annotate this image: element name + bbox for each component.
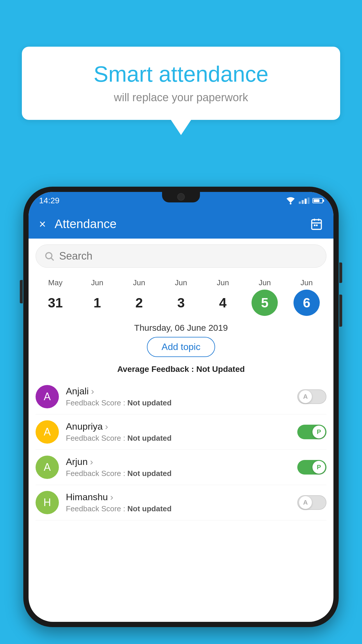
date-month: Jun — [175, 278, 187, 287]
avatar: A — [36, 420, 59, 444]
attendance-toggle[interactable]: A — [297, 389, 326, 404]
speech-bubble-container: Smart attendance will replace your paper… — [22, 47, 340, 120]
avatar: H — [36, 491, 59, 514]
search-bar[interactable] — [36, 244, 326, 268]
calendar-row: May31Jun1Jun2Jun3Jun4Jun5Jun6 — [29, 274, 333, 316]
selected-date-section: Thursday, 06 June 2019 Add topic — [29, 316, 333, 362]
date-month: Jun — [133, 278, 145, 287]
speech-bubble: Smart attendance will replace your paper… — [22, 47, 340, 120]
student-info: ArjunFeedback Score : Not updated — [66, 456, 297, 478]
student-info: HimanshuFeedback Score : Not updated — [66, 492, 297, 513]
student-item[interactable]: AArjunFeedback Score : Not updatedP — [36, 450, 326, 485]
date-number[interactable]: 1 — [84, 290, 110, 316]
calendar-date-col[interactable]: Jun5 — [246, 278, 284, 316]
date-number[interactable]: 4 — [210, 290, 236, 316]
student-score: Feedback Score : Not updated — [66, 469, 297, 478]
svg-rect-5 — [314, 225, 316, 226]
date-number[interactable]: 3 — [168, 290, 194, 316]
student-name: Anupriya — [66, 421, 297, 432]
bubble-title: Smart attendance — [39, 61, 323, 87]
status-icons — [285, 197, 323, 204]
calendar-date-col[interactable]: Jun6 — [288, 278, 326, 316]
bubble-subtitle: will replace your paperwork — [39, 91, 323, 104]
phone-screen: 14:29 — [29, 192, 333, 622]
toggle-knob: P — [312, 461, 325, 474]
signal-icon — [299, 197, 310, 204]
date-month: Jun — [259, 278, 271, 287]
student-list: AAnjaliFeedback Score : Not updatedAAAnu… — [29, 379, 333, 520]
date-number[interactable]: 6 — [294, 290, 320, 316]
student-name: Arjun — [66, 456, 297, 467]
wifi-icon — [285, 197, 296, 204]
toggle-knob: P — [312, 426, 325, 438]
calendar-date-col[interactable]: May31 — [36, 278, 74, 316]
calendar-date-col[interactable]: Jun1 — [78, 278, 116, 316]
student-name: Anjali — [66, 386, 297, 397]
date-month: Jun — [217, 278, 229, 287]
status-time: 14:29 — [39, 196, 59, 205]
phone-container: 14:29 — [23, 187, 339, 644]
phone-notch — [162, 192, 200, 202]
svg-rect-1 — [312, 220, 321, 229]
battery-fill — [314, 199, 319, 202]
calendar-icon[interactable] — [310, 218, 323, 230]
phone-power-button — [339, 295, 342, 327]
avg-feedback-label: Average Feedback : — [117, 365, 194, 374]
phone-vol-right-button — [339, 262, 342, 283]
date-number[interactable]: 2 — [126, 290, 152, 316]
phone-frame: 14:29 — [23, 187, 339, 627]
student-item[interactable]: AAnupriyaFeedback Score : Not updatedP — [36, 414, 326, 450]
student-item[interactable]: HHimanshuFeedback Score : Not updatedA — [36, 485, 326, 520]
date-number[interactable]: 31 — [42, 290, 68, 316]
svg-rect-6 — [316, 225, 318, 226]
calendar-date-col[interactable]: Jun3 — [162, 278, 200, 316]
avg-feedback-value: Not Updated — [196, 365, 245, 374]
search-icon — [44, 251, 55, 261]
toggle-knob: A — [299, 496, 312, 509]
selected-date-text: Thursday, 06 June 2019 — [29, 323, 333, 333]
phone-vol-button — [20, 280, 23, 303]
toggle-knob: A — [299, 390, 312, 403]
date-month: Jun — [91, 278, 103, 287]
avatar: A — [36, 385, 59, 408]
student-score: Feedback Score : Not updated — [66, 434, 297, 443]
header-title: Attendance — [55, 217, 310, 231]
svg-point-7 — [46, 253, 52, 259]
close-button[interactable]: × — [39, 218, 46, 231]
calendar-date-col[interactable]: Jun2 — [120, 278, 158, 316]
student-name: Himanshu — [66, 492, 297, 503]
date-month: Jun — [301, 278, 313, 287]
svg-line-8 — [51, 258, 54, 260]
phone-camera — [177, 193, 185, 201]
student-info: AnjaliFeedback Score : Not updated — [66, 386, 297, 407]
calendar-date-col[interactable]: Jun4 — [204, 278, 242, 316]
search-input[interactable] — [59, 250, 318, 262]
avatar: A — [36, 456, 59, 479]
student-score: Feedback Score : Not updated — [66, 504, 297, 513]
avg-feedback: Average Feedback : Not Updated — [29, 362, 333, 379]
svg-point-0 — [290, 203, 291, 204]
attendance-toggle[interactable]: A — [297, 495, 326, 510]
date-month: May — [48, 278, 62, 287]
attendance-toggle[interactable]: P — [297, 425, 326, 439]
add-topic-button[interactable]: Add topic — [147, 337, 215, 357]
student-item[interactable]: AAnjaliFeedback Score : Not updatedA — [36, 379, 326, 414]
date-number[interactable]: 5 — [252, 290, 278, 316]
student-score: Feedback Score : Not updated — [66, 398, 297, 407]
student-info: AnupriyaFeedback Score : Not updated — [66, 421, 297, 443]
app-header: × Attendance — [29, 209, 333, 239]
attendance-toggle[interactable]: P — [297, 460, 326, 475]
battery-icon — [312, 198, 323, 203]
